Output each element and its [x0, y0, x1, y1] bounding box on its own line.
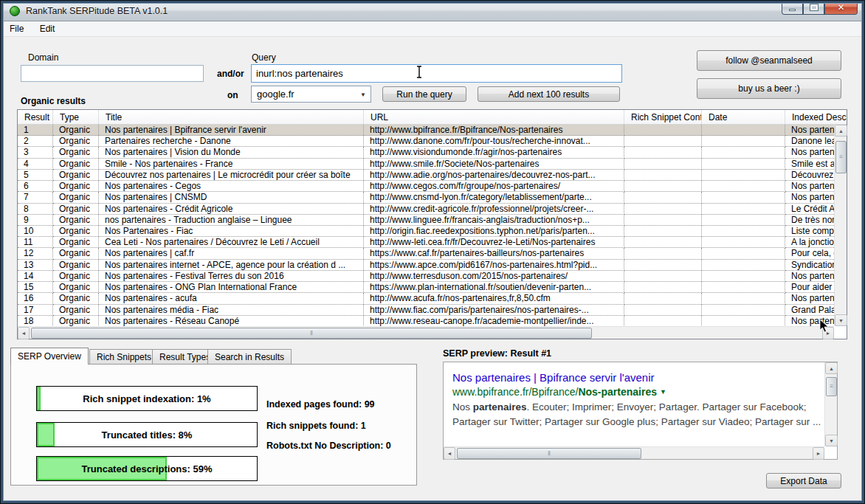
col-header-result[interactable]: Result	[18, 110, 53, 124]
col-header-type[interactable]: Type	[53, 110, 99, 124]
tab-rich-snippets[interactable]: Rich Snippets	[89, 349, 159, 364]
col-header-indexed-description[interactable]: Indexed Description	[785, 110, 847, 124]
table-row[interactable]: 4 Organic Smile - Nos partenaires - Fran…	[18, 159, 834, 170]
export-data-button[interactable]: Export Data	[766, 473, 841, 489]
menu-edit[interactable]: Edit	[33, 21, 62, 36]
scroll-up-icon[interactable]: ▲	[825, 362, 838, 374]
cell-url: https://www.apce.com/pid6167/nos-partena…	[364, 260, 624, 271]
cell-url: http://www.reseau-canope.fr/academie-mon…	[364, 316, 624, 326]
menu-file[interactable]: File	[3, 21, 30, 36]
cell-date	[702, 159, 785, 170]
run-query-button[interactable]: Run the query	[382, 86, 466, 102]
cell-result: 7	[18, 192, 53, 203]
table-horizontal-scrollbar[interactable]: ◄ ⦀ ►	[18, 326, 834, 339]
scroll-left-icon[interactable]: ◄	[18, 327, 30, 339]
table-row[interactable]: 7 Organic Nos partenaires | CNSMD http:/…	[18, 192, 834, 203]
cell-type: Organic	[53, 248, 99, 259]
cell-indexed-description: Liste compl	[785, 226, 834, 237]
close-button[interactable]: ✕	[824, 1, 858, 15]
table-row[interactable]: 13 Organic Nos partenaires internet - AP…	[18, 260, 834, 271]
preview-horizontal-scroll-thumb[interactable]: ⦀	[457, 448, 641, 459]
col-header-url[interactable]: URL	[364, 110, 624, 124]
table-header: Result Type Title URL Rich Snippet Conte…	[18, 110, 847, 125]
table-horizontal-scroll-thumb[interactable]: ⦀	[31, 328, 592, 339]
title-bar[interactable]: RankTank SERPitude BETA v1.0.1	[1, 1, 864, 21]
scroll-right-icon[interactable]: ►	[813, 447, 824, 460]
table-row[interactable]: 18 Organic Nos partenaires - Réseau Cano…	[18, 316, 834, 326]
tab-serp-overview[interactable]: SERP Overview	[10, 348, 89, 365]
cell-title: Smile - Nos partenaires - France	[99, 159, 364, 170]
scroll-up-icon[interactable]: ▲	[835, 125, 847, 137]
cell-date	[702, 204, 785, 215]
cell-rich-snippet	[624, 248, 702, 259]
preview-vertical-scrollbar[interactable]: ▲ ≡ ▼	[824, 362, 837, 446]
cell-url: http://www.adie.org/nos-partenaires/deco…	[364, 170, 624, 181]
table-row[interactable]: 17 Organic Nos partenaires média - Fiac …	[18, 305, 834, 316]
cell-url: http://www.bpifrance.fr/Bpifrance/Nos-pa…	[364, 125, 624, 136]
scroll-right-icon[interactable]: ►	[822, 327, 834, 339]
cell-result: 11	[18, 237, 53, 248]
query-input[interactable]	[251, 64, 622, 83]
cell-url: http://www.danone.com/fr/pour-tous/reche…	[364, 136, 624, 147]
cell-title: Nos partenaires | CNSMD	[99, 192, 364, 203]
table-vertical-scrollbar[interactable]: ▲ ≡ ▼	[834, 125, 847, 326]
cell-title: Cea Leti - Nos partenaires / Découvrez l…	[99, 237, 364, 248]
url-dropdown-icon[interactable]: ▼	[660, 388, 666, 396]
table-row[interactable]: 3 Organic Nos partenaires | Vision du Mo…	[18, 147, 834, 158]
table-row[interactable]: 14 Organic Nos partenaires - Festival Te…	[18, 271, 834, 282]
preview-result-url: www.bpifrance.fr/Bpifrance/Nos-partenair…	[452, 385, 821, 398]
cell-url: http://origin.fiac.reedexpositions.typho…	[364, 226, 624, 237]
scroll-left-icon[interactable]: ◄	[444, 447, 455, 460]
follow-button[interactable]: follow @seanmalseed	[697, 50, 841, 71]
table-row[interactable]: 11 Organic Cea Leti - Nos partenaires / …	[18, 237, 834, 248]
cell-title: Nos partenaires - Cegos	[99, 181, 364, 192]
table-row[interactable]: 9 Organic nos partenaires - Traduction a…	[18, 215, 834, 226]
scroll-down-icon[interactable]: ▼	[835, 314, 847, 326]
table-vertical-scroll-thumb[interactable]: ≡	[835, 141, 847, 173]
preview-horizontal-scrollbar[interactable]: ◄ ⦀ ►	[444, 446, 824, 459]
serp-preview-heading: SERP preview: Result #1	[443, 348, 551, 359]
col-header-title[interactable]: Title	[99, 110, 364, 124]
cell-result: 10	[18, 226, 53, 237]
cell-title: nos partenaires - Traduction anglaise – …	[99, 215, 364, 226]
cell-url: http://www.credit-agricole.fr/profession…	[364, 204, 624, 215]
results-table: Result Type Title URL Rich Snippet Conte…	[17, 109, 847, 339]
cell-rich-snippet	[624, 215, 702, 226]
truncated-titles-meter: Truncated titles: 8%	[36, 422, 258, 447]
cell-rich-snippet	[624, 181, 702, 192]
table-row[interactable]: 10 Organic Nos Partenaires - Fiac http:/…	[18, 226, 834, 237]
table-row[interactable]: 2 Organic Partenaires recherche - Danone…	[18, 136, 834, 147]
cell-rich-snippet	[624, 271, 702, 282]
table-row[interactable]: 6 Organic Nos partenaires - Cegos http:/…	[18, 181, 834, 192]
table-row[interactable]: 5 Organic Découvrez nos partenaires | Le…	[18, 170, 834, 181]
cell-rich-snippet	[624, 125, 702, 136]
table-row[interactable]: 16 Organic Nos partenaires - acufa http:…	[18, 293, 834, 304]
cell-indexed-description: Smile est au	[785, 159, 834, 170]
cell-result: 18	[18, 316, 53, 326]
cell-type: Organic	[53, 181, 99, 192]
table-body: 1 Organic Nos partenaires | Bpifrance se…	[18, 125, 834, 326]
beer-button[interactable]: buy us a beer :)	[697, 78, 841, 99]
tab-search-in-results[interactable]: Search in Results	[207, 349, 292, 364]
table-row[interactable]: 8 Organic Nos partenaires - Crédit Agric…	[18, 204, 834, 215]
grip-icon: ≡	[830, 385, 833, 388]
table-row[interactable]: 1 Organic Nos partenaires | Bpifrance se…	[18, 125, 834, 136]
meter-label: Truncated descriptions: 59%	[37, 457, 257, 480]
table-row[interactable]: 15 Organic Nos partenaires - ONG Plan In…	[18, 282, 834, 293]
col-header-rich-snippet[interactable]: Rich Snippet Content	[624, 110, 702, 124]
table-row[interactable]: 12 Organic Nos partenaires | caf.fr http…	[18, 248, 834, 259]
col-header-date[interactable]: Date	[702, 110, 785, 124]
andor-label: and/or	[217, 69, 244, 79]
cell-rich-snippet	[624, 159, 702, 170]
add-results-button[interactable]: Add next 100 results	[478, 86, 620, 102]
preview-result-title[interactable]: Nos partenaires | Bpifrance servir l'ave…	[452, 371, 821, 385]
cell-result: 3	[18, 147, 53, 158]
scroll-down-icon[interactable]: ▼	[825, 435, 838, 446]
cell-type: Organic	[53, 282, 99, 293]
maximize-button[interactable]	[803, 1, 824, 15]
minimize-button[interactable]	[782, 1, 803, 15]
preview-vertical-scroll-thumb[interactable]: ≡	[826, 377, 837, 396]
domain-input[interactable]	[21, 65, 204, 82]
search-engine-select[interactable]: google.fr ▼	[251, 86, 371, 103]
cell-title: Nos partenaires | Bpifrance servir l'ave…	[99, 125, 364, 136]
